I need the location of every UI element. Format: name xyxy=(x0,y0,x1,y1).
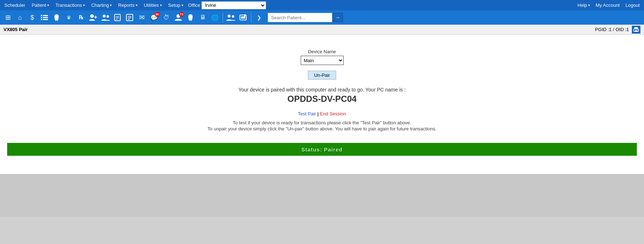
utilities-arrow-icon: ▾ xyxy=(160,3,162,7)
nav-my-account[interactable]: My Account xyxy=(593,0,623,10)
notes-icon[interactable] xyxy=(124,12,135,23)
dropdown-icon[interactable]: ❯ xyxy=(253,12,265,23)
setup-arrow-icon: ▾ xyxy=(181,3,183,7)
instruction1: To test if your device is ready for tran… xyxy=(233,120,411,125)
tooth-icon[interactable] xyxy=(51,12,62,23)
people-icon[interactable] xyxy=(225,12,237,23)
office-select[interactable]: Irvine xyxy=(202,1,266,9)
svg-rect-27 xyxy=(635,30,638,32)
pgid-oid-text: PGID :1 / OID :1 xyxy=(595,27,629,32)
home-icon[interactable]: ⌂ xyxy=(14,12,26,23)
svg-point-20 xyxy=(228,15,231,18)
nav-charting[interactable]: Charting ▾ xyxy=(88,0,115,10)
svg-rect-15 xyxy=(126,14,133,21)
reports-arrow-icon: ▾ xyxy=(136,3,137,7)
svg-rect-3 xyxy=(43,17,48,18)
search-input[interactable] xyxy=(268,13,332,22)
nav-reports[interactable]: Reports ▾ xyxy=(115,0,140,10)
group-icon[interactable] xyxy=(100,12,111,23)
nav-utilities[interactable]: Utilities ▾ xyxy=(141,0,165,10)
nav-right: Help ▾ My Account Logout xyxy=(575,0,643,10)
status-bar: Status: Paired xyxy=(7,143,637,156)
globe-icon[interactable]: 🌐 xyxy=(209,12,221,23)
patients-badge: 73 xyxy=(179,12,184,17)
top-nav: Scheduler Patient ▾ Transactions ▾ Chart… xyxy=(0,0,644,10)
status-bar-text: Status: Paired xyxy=(301,146,343,153)
print-icon[interactable] xyxy=(632,26,640,34)
svg-point-21 xyxy=(232,15,234,18)
nav-setup[interactable]: Setup ▾ xyxy=(165,0,186,10)
rx-icon[interactable]: ℞ xyxy=(75,12,87,23)
svg-rect-2 xyxy=(41,17,42,18)
main-content: Device Name Main Device 2 Device 3 Un-Pa… xyxy=(0,35,644,174)
svg-point-9 xyxy=(103,15,106,18)
nav-scheduler[interactable]: Scheduler xyxy=(1,0,28,10)
referral-icon[interactable] xyxy=(112,12,123,23)
device-name-select[interactable]: Main Device 2 Device 3 xyxy=(301,56,344,65)
nav-logout[interactable]: Logout xyxy=(623,0,643,10)
page-title: VX805 Pair xyxy=(4,27,28,32)
bottom-area xyxy=(0,174,644,217)
svg-point-6 xyxy=(90,14,94,18)
fax-icon[interactable] xyxy=(237,12,249,23)
action-links: Test Pair || End Session xyxy=(298,111,346,116)
link-separator: || xyxy=(317,111,319,116)
transactions-arrow-icon: ▾ xyxy=(83,3,85,7)
page-header-info: PGID :1 / OID :1 xyxy=(595,26,640,34)
device-name-select-wrap: Main Device 2 Device 3 xyxy=(301,56,344,65)
pc-name: OPDDS-DV-PC04 xyxy=(287,94,357,104)
search-area: → xyxy=(268,13,343,22)
nav-help[interactable]: Help ▾ xyxy=(575,0,593,10)
grid-icon[interactable]: ⊞ xyxy=(2,12,14,23)
test-pair-link[interactable]: Test Pair xyxy=(298,111,316,116)
instruction2: To unpair your device simply click the "… xyxy=(208,126,436,131)
clock-icon[interactable]: ⏱ xyxy=(160,12,172,23)
status-message: Your device is paired with this computer… xyxy=(238,87,406,93)
svg-rect-11 xyxy=(115,14,120,21)
nav-transactions[interactable]: Transactions ▾ xyxy=(53,0,88,10)
add-patient-icon[interactable] xyxy=(87,12,99,23)
svg-point-10 xyxy=(107,15,109,18)
mail-icon[interactable]: ✉ xyxy=(136,12,147,23)
svg-rect-4 xyxy=(41,19,42,20)
page-header: VX805 Pair PGID :1 / OID :1 xyxy=(0,25,644,35)
chat-badge: 36 xyxy=(155,12,160,17)
chat-icon[interactable]: 💬 36 xyxy=(148,12,160,23)
list-icon[interactable] xyxy=(39,12,50,23)
patient-arrow-icon: ▾ xyxy=(47,3,49,7)
device-name-label: Device Name xyxy=(308,49,336,54)
monitor-icon[interactable]: 🖥 xyxy=(197,12,208,23)
unpair-button[interactable]: Un-Pair xyxy=(308,71,336,80)
help-arrow-icon: ▾ xyxy=(588,3,590,7)
end-session-link[interactable]: End Session xyxy=(320,111,346,116)
divider1 xyxy=(223,13,223,23)
svg-point-28 xyxy=(637,30,638,30)
icon-toolbar: ⊞ ⌂ $ ♛ ℞ ✉ 💬 36 ⏱ 73 🖥 🌐 ❯ → xyxy=(0,10,644,25)
search-button[interactable]: → xyxy=(332,13,343,22)
charting-arrow-icon: ▾ xyxy=(110,3,112,7)
dollar-icon[interactable]: $ xyxy=(26,12,38,23)
crown-icon[interactable]: ♛ xyxy=(63,12,74,23)
office-area: Office Irvine xyxy=(187,1,268,9)
office-label: Office xyxy=(188,3,200,8)
svg-rect-23 xyxy=(241,16,245,19)
nav-patient[interactable]: Patient ▾ xyxy=(29,0,52,10)
svg-rect-24 xyxy=(244,14,246,16)
svg-rect-5 xyxy=(43,19,48,20)
svg-rect-0 xyxy=(41,15,42,16)
patients-icon[interactable]: 73 xyxy=(173,12,184,23)
divider2 xyxy=(251,13,251,23)
svg-rect-1 xyxy=(43,15,48,16)
tooth2-icon[interactable] xyxy=(185,12,196,23)
